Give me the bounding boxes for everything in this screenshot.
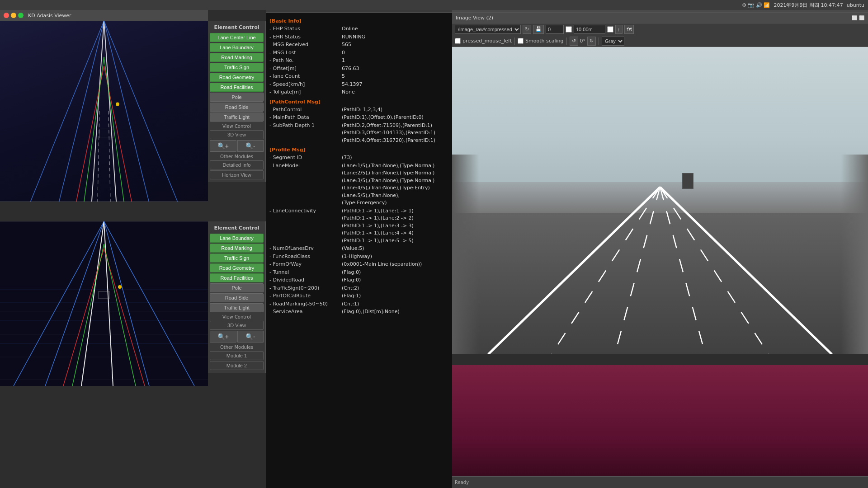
svg-point-12 [116, 103, 119, 106]
rotate-ccw-button[interactable]: ↻ [587, 37, 596, 46]
speed-value: 54.1397 [342, 81, 448, 89]
path-no-row: - Path No. 1 [269, 57, 448, 65]
zoom-out-bottom[interactable]: 🔍- [237, 331, 264, 343]
element-control-top: Element Control Lane Center Line Lane Bo… [208, 21, 266, 182]
num-checkbox[interactable] [566, 25, 572, 34]
colormap-select[interactable]: Gray [602, 37, 624, 46]
btn-detailed-info[interactable]: Detailed Info [210, 160, 264, 169]
num-lanes-drv-label: - NumOfLanesDrv [269, 245, 342, 253]
svg-line-5 [104, 21, 185, 221]
path-control-label: - PathControl [269, 106, 342, 114]
num-lanes-drv-row: - NumOfLanesDrv (Value:5) [269, 245, 448, 253]
map-button[interactable]: 🗺 [624, 25, 634, 34]
svg-line-8 [81, 57, 104, 221]
zoom-in-top[interactable]: 🔍+ [210, 140, 236, 152]
meter-checkbox[interactable] [607, 25, 613, 34]
close-button[interactable] [4, 13, 9, 18]
sub-path-row: - SubPath Depth 1 (PathID:2,Offset:71509… [269, 122, 448, 145]
image-view-titlebar: Image View (2) ⬜ ⬜ [452, 13, 868, 23]
meter-input[interactable] [574, 25, 605, 34]
part-of-cal-value: (Flag:1) [342, 292, 448, 300]
btn-3d-view-top[interactable]: 3D View [210, 130, 264, 139]
form-of-way-row: - FormOfWay (0x0001-Main Line (separatio… [269, 261, 448, 268]
btn-traffic-sign-top[interactable]: Traffic Sign [210, 63, 264, 72]
btn-module-1[interactable]: Module 1 [210, 351, 264, 360]
tollgate-label: - Tollgate[m] [269, 89, 342, 96]
scene-lines-top [0, 21, 208, 221]
btn-road-marking-bottom[interactable]: Road Marking [210, 244, 264, 253]
smooth-label: Smooth scaling [525, 38, 564, 44]
ehp-status-value: Online [342, 25, 448, 33]
lane-count-value: 5 [342, 73, 448, 80]
btn-pole-bottom[interactable]: Pole [210, 283, 264, 292]
traffic-sign-range-row: - TrafficSign(0~200) (Cnt:2) [269, 285, 448, 292]
btn-pole-top[interactable]: Pole [210, 93, 264, 102]
system-icons: ⚙ 📷 🔊 📶 [742, 2, 770, 8]
btn-3d-view-bottom[interactable]: 3D View [210, 321, 264, 330]
btn-lane-boundary-top[interactable]: Lane Boundary [210, 43, 264, 52]
zoom-out-top[interactable]: 🔍- [237, 140, 264, 152]
btn-traffic-light-top[interactable]: Traffic Light [210, 113, 264, 122]
lane-model-v4: (Lane:4/5),(Tran:None),(Type:Entry) [342, 184, 448, 192]
svg-line-1 [54, 21, 104, 221]
rqt-bottom-panel [452, 365, 868, 488]
system-bar: ⚙ 📷 🔊 📶 2021年9月9日 周四 10:47:47 ubuntu [0, 0, 868, 10]
image-view-icon-1: ⬜ [852, 15, 857, 20]
lane-model-v1: (Lane:1/5),(Tran:None),(Type:Normal) [342, 162, 448, 170]
maximize-button[interactable] [18, 13, 24, 18]
rotate-cw-button[interactable]: ↺ [570, 37, 578, 46]
detail-panel: Detailed Info [Basic Info] - EHP Status … [266, 0, 452, 488]
lane-model-v2: (Lane:2/5),(Tran:None),(Type:Normal) [342, 169, 448, 177]
svg-line-0 [23, 21, 104, 221]
element-control-title: Element Control [210, 23, 264, 32]
main-window-title: KD Adasis Viewer [28, 13, 71, 19]
road-marking-range-label: - RoadMarking(-50~50) [269, 300, 342, 308]
smooth-checkbox[interactable] [518, 38, 524, 44]
btn-road-side-top[interactable]: Road Side [210, 103, 264, 112]
view-control-label-top: View Control [210, 122, 264, 129]
btn-road-geometry-top[interactable]: Road Geometry [210, 73, 264, 82]
topic-select[interactable]: /image_raw/compressed [455, 25, 521, 34]
num-input[interactable] [546, 25, 564, 34]
ehr-status-value: RUNNING [342, 33, 448, 41]
offset-label: - Offset[m] [269, 65, 342, 73]
svg-line-21 [104, 249, 145, 386]
btn-module-2[interactable]: Module 2 [210, 361, 264, 370]
func-road-label: - FuncRoadClass [269, 253, 342, 261]
btn-road-geometry-bottom[interactable]: Road Geometry [210, 263, 264, 272]
basic-info-header: [Basic Info] [269, 18, 448, 24]
btn-road-marking-top[interactable]: Road Marking [210, 53, 264, 62]
btn-road-side-bottom[interactable]: Road Side [210, 293, 264, 302]
window-controls[interactable] [4, 13, 24, 18]
viewer-top [0, 21, 208, 221]
main-path-value: (PathID:1),(Offset:0),(ParentID:0) [342, 114, 448, 122]
btn-road-facilities-bottom[interactable]: Road Facilities [210, 273, 264, 282]
btn-road-facilities-top[interactable]: Road Facilities [210, 83, 264, 92]
mouse-checkbox[interactable] [455, 38, 461, 44]
svg-line-18 [104, 221, 149, 386]
scene-lines-bottom [0, 221, 208, 386]
arrow-up-button[interactable]: ↑ [615, 25, 623, 34]
viewer-divider [0, 202, 208, 221]
msg-received-value: 565 [342, 41, 448, 49]
btn-traffic-sign-bottom[interactable]: Traffic Sign [210, 253, 264, 263]
svg-line-15 [45, 221, 104, 386]
other-modules-label-top: Other Modules [210, 153, 264, 160]
main-window-titlebar: KD Adasis Viewer [0, 10, 208, 21]
btn-lane-boundary-bottom[interactable]: Lane Boundary [210, 234, 264, 243]
btn-traffic-light-bottom[interactable]: Traffic Light [210, 303, 264, 312]
btn-lane-center-line[interactable]: Lane Center Line [210, 33, 264, 42]
minimize-button[interactable] [11, 13, 16, 18]
detail-content: [Basic Info] - EHP Status Online - EHR S… [266, 13, 452, 488]
zoom-in-bottom[interactable]: 🔍+ [210, 331, 236, 343]
service-area-value: (Flag:0),(Dist[m]:None) [342, 308, 448, 316]
lane-model-v3: (Lane:3/5),(Tran:None),(Type:Normal) [342, 177, 448, 185]
zoom-controls-bottom: 🔍+ 🔍- [210, 331, 264, 343]
save-button[interactable]: 💾 [533, 25, 544, 34]
lane-conn-v4: (PathID:1 -> 1),(Lane:4 -> 4) [342, 230, 448, 237]
btn-horizon-view[interactable]: Horizon View [210, 170, 264, 179]
refresh-button[interactable]: ↻ [523, 25, 531, 34]
view-control-label-bottom: View Control [210, 313, 264, 320]
divided-road-label: - DividedRoad [269, 277, 342, 284]
svg-line-38 [552, 187, 660, 354]
